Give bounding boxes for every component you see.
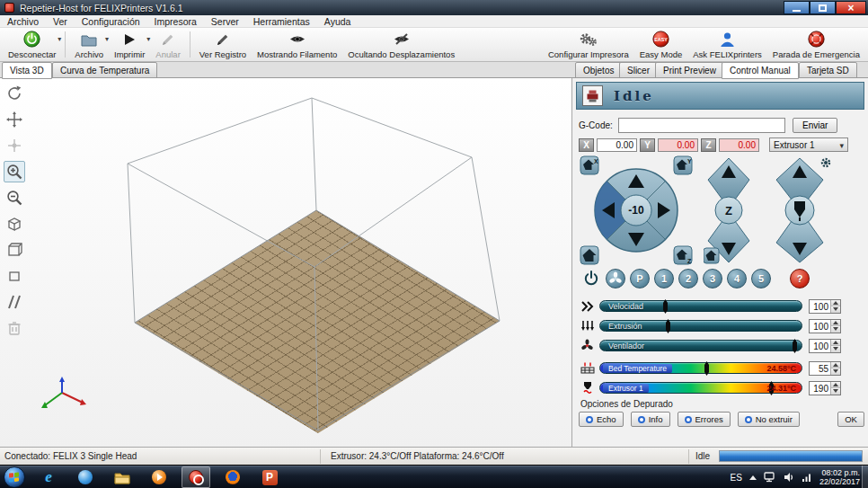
speed-slider[interactable]: Velocidad xyxy=(599,300,802,312)
media-player-icon[interactable] xyxy=(145,466,173,488)
toolbar-print-button[interactable]: Imprimir xyxy=(109,29,150,60)
toolbar-disconnect-button[interactable]: Desconectar xyxy=(3,29,61,60)
debug-echo-toggle[interactable]: Echo xyxy=(579,412,624,427)
toolbar-emergency-stop-button[interactable]: Parada de Emergencia xyxy=(767,29,865,60)
tab-slicer[interactable]: Slicer xyxy=(619,62,658,78)
bed-temp-spinner[interactable]: 55 xyxy=(809,361,841,376)
slider-thumb[interactable] xyxy=(704,361,709,376)
toolbar-ask-felix-button[interactable]: Ask FELIXprinters xyxy=(687,29,767,60)
power-toggle-button[interactable] xyxy=(581,269,601,288)
menu-configuracion[interactable]: Configuración xyxy=(75,16,147,27)
preset-1-button[interactable]: 1 xyxy=(654,269,674,288)
toolbar-file-button[interactable]: Archivo xyxy=(69,29,109,60)
spinner-arrows[interactable] xyxy=(830,362,840,375)
explorer-folder-icon[interactable] xyxy=(108,466,137,488)
isometric-view-icon[interactable] xyxy=(4,213,25,235)
volume-icon[interactable] xyxy=(784,472,794,483)
menu-ayuda[interactable]: Ayuda xyxy=(317,16,359,27)
spinner-arrows[interactable] xyxy=(830,300,840,313)
browser-icon[interactable] xyxy=(71,466,100,488)
toolbar-hide-travel-button[interactable]: Ocultando Desplazamientos xyxy=(342,29,460,60)
spinner-arrows[interactable] xyxy=(830,340,840,352)
extruder-temp-slider[interactable]: Extrusor 1 24.31°C xyxy=(599,382,802,394)
close-button[interactable] xyxy=(836,1,866,14)
park-button[interactable]: P xyxy=(630,269,650,288)
zoom-in-icon[interactable] xyxy=(4,161,25,182)
flow-spinner[interactable]: 100 xyxy=(809,319,841,333)
slider-thumb[interactable] xyxy=(663,299,668,314)
minimize-button[interactable] xyxy=(784,1,810,14)
debug-info-toggle[interactable]: Info xyxy=(631,412,670,427)
chevron-down-icon xyxy=(839,140,844,150)
keyboard-language[interactable]: ES xyxy=(731,473,742,483)
toolbar-log-button[interactable]: Ver Registro xyxy=(194,29,252,60)
side-view-icon[interactable] xyxy=(4,265,25,287)
menu-impresora[interactable]: Impresora xyxy=(147,16,204,27)
preset-5-button[interactable]: 5 xyxy=(751,269,771,288)
motor-off-button[interactable] xyxy=(606,269,625,288)
hidden-icons-arrow[interactable] xyxy=(749,475,757,480)
network-icon[interactable] xyxy=(764,472,776,483)
gcode-input[interactable] xyxy=(618,118,785,133)
debug-errors-toggle[interactable]: Errores xyxy=(678,412,731,427)
spinner-arrows[interactable] xyxy=(830,382,840,395)
send-gcode-button[interactable]: Enviar xyxy=(793,118,837,133)
speed-spinner[interactable]: 100 xyxy=(809,299,841,314)
signal-icon[interactable] xyxy=(802,472,812,483)
move-object-icon[interactable] xyxy=(4,135,25,156)
powerpoint-icon[interactable]: P xyxy=(255,466,284,488)
flow-slider[interactable]: Extrusión xyxy=(599,320,802,332)
menu-herramientas[interactable]: Herramientas xyxy=(246,16,317,27)
extruder-temp-spinner[interactable]: 190 xyxy=(809,381,841,395)
tab-control-manual[interactable]: Control Manual xyxy=(722,62,799,79)
extruder-select[interactable]: Extrusor 1 xyxy=(769,138,848,152)
viewport-3d[interactable] xyxy=(0,78,571,447)
tab-objetos[interactable]: Objetos xyxy=(575,62,622,78)
slider-thumb[interactable] xyxy=(793,339,797,353)
bed-temp-slider[interactable]: Bed Temperature 24.58°C xyxy=(599,362,802,374)
preset-2-button[interactable]: 2 xyxy=(678,269,698,288)
toolbar-show-filament-button[interactable]: Mostrando Filamento xyxy=(252,29,342,60)
tab-print-preview[interactable]: Print Preview xyxy=(655,62,724,78)
home-all-button[interactable] xyxy=(580,246,598,264)
dropdown-arrow-icon[interactable] xyxy=(58,35,61,43)
slider-thumb[interactable] xyxy=(666,319,670,333)
menu-ver[interactable]: Ver xyxy=(46,16,75,27)
pan-view-icon[interactable] xyxy=(4,109,25,130)
jog-pad-xy[interactable]: X Y Z -10 xyxy=(580,155,693,265)
spinner-arrows[interactable] xyxy=(830,320,840,333)
parallel-projection-icon[interactable] xyxy=(4,291,25,313)
help-button[interactable]: ? xyxy=(790,269,810,288)
tab-vista-3d[interactable]: Vista 3D xyxy=(2,62,52,79)
home-z-button[interactable]: Z xyxy=(674,246,692,264)
internet-explorer-icon[interactable]: e xyxy=(34,466,63,488)
jog-pad-extruder[interactable] xyxy=(766,155,833,265)
front-view-icon[interactable] xyxy=(4,239,25,261)
repetier-host-taskbar-icon[interactable] xyxy=(182,466,210,488)
rotate-view-icon[interactable] xyxy=(4,83,25,104)
toolbar-printer-settings-button[interactable]: Configurar Impresora xyxy=(543,29,634,60)
firefox-icon[interactable] xyxy=(218,466,247,488)
menu-archivo[interactable]: Archivo xyxy=(0,16,46,27)
menu-server[interactable]: Server xyxy=(204,16,246,27)
maximize-button[interactable] xyxy=(810,1,836,14)
zoom-out-icon[interactable] xyxy=(4,187,25,209)
tab-tarjeta-sd[interactable]: Tarjeta SD xyxy=(799,62,857,78)
home-y-button[interactable]: Y xyxy=(674,156,692,174)
toolbar-easy-mode-button[interactable]: EASY Easy Mode xyxy=(634,29,688,60)
extruder-motor-icon[interactable] xyxy=(822,159,829,166)
fan-spinner[interactable]: 100 xyxy=(809,339,841,353)
home-x-button[interactable]: X xyxy=(580,156,598,174)
home-z-small-button[interactable] xyxy=(704,248,719,263)
show-desktop-button[interactable] xyxy=(862,466,868,488)
delete-object-icon[interactable] xyxy=(4,317,25,339)
start-button[interactable] xyxy=(4,466,25,488)
debug-dry-run-toggle[interactable]: No extruir xyxy=(738,412,800,427)
jog-pad-z[interactable]: Z xyxy=(704,155,754,265)
ok-button[interactable]: OK xyxy=(837,412,864,427)
preset-3-button[interactable]: 3 xyxy=(703,269,722,288)
clock[interactable]: 08:02 p.m. 22/02/2017 xyxy=(819,468,860,487)
tab-curva-temperatura[interactable]: Curva de Temperatura xyxy=(52,62,157,78)
fan-slider[interactable]: Ventilador xyxy=(599,340,802,351)
preset-4-button[interactable]: 4 xyxy=(727,269,747,288)
